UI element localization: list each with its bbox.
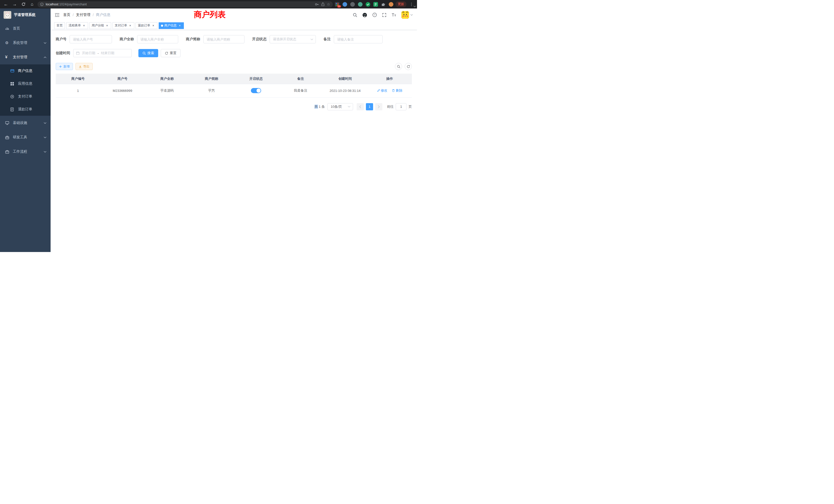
table-header-row: 商户编号 商户号 商户全称 商户简称 开启状态 备注 创建时间 操作 <box>56 74 412 84</box>
avatar-caret-icon <box>410 14 413 16</box>
password-key-icon[interactable] <box>315 2 319 6</box>
font-size-icon[interactable] <box>392 13 396 17</box>
chevron-up-icon <box>44 56 46 58</box>
sidebar-logo[interactable]: 芋道管理系统 <box>0 8 50 21</box>
site-info-icon[interactable] <box>40 3 44 6</box>
chrome-update-button[interactable]: 更新 <box>395 1 407 7</box>
add-button[interactable]: 新增 <box>56 63 73 70</box>
sidebar-item-infrastructure[interactable]: 基础设施 <box>0 116 50 130</box>
reset-button-label: 重置 <box>170 51 176 55</box>
share-icon[interactable] <box>321 2 325 6</box>
tab-close-icon[interactable] <box>105 24 109 27</box>
merchant-no-input[interactable] <box>70 35 112 43</box>
next-page-button[interactable] <box>375 103 382 110</box>
extension-blue-icon[interactable] <box>343 2 347 7</box>
profile-avatar-icon[interactable] <box>389 2 393 7</box>
filter-full-name: 商户全称 <box>120 35 178 43</box>
search-button[interactable]: 搜索 <box>138 49 158 57</box>
full-name-input[interactable] <box>137 35 178 43</box>
chrome-caret-icon[interactable] <box>413 6 416 7</box>
sidebar-item-refund-order[interactable]: 退款订单 <box>0 103 50 116</box>
bookmark-star-icon[interactable]: ☆ <box>327 2 330 7</box>
github-icon[interactable] <box>362 13 367 18</box>
hamburger-icon[interactable] <box>55 13 60 17</box>
browser-home-icon[interactable]: ⌂ <box>29 1 36 8</box>
url-text: localhost:1024/pay/merchant <box>46 3 87 6</box>
tab-merchant-info[interactable]: 商户信息 <box>159 22 184 29</box>
status-select[interactable]: 请选择开启状态 <box>270 35 316 43</box>
grid-icon <box>10 82 17 86</box>
delete-link[interactable]: 删除 <box>392 88 402 93</box>
page-1-button[interactable]: 1 <box>366 103 373 110</box>
tab-home[interactable]: 首页 <box>54 22 65 29</box>
credit-card-icon <box>10 69 17 73</box>
sidebar-item-dev-tools[interactable]: 研发工具 <box>0 130 50 144</box>
right-tools <box>395 63 412 70</box>
extension-grid-icon[interactable]: 10 <box>335 2 339 7</box>
tab-user-group[interactable]: 用户分组 <box>89 22 111 29</box>
breadcrumb-payment[interactable]: 支付管理 <box>76 13 90 17</box>
tab-close-icon[interactable] <box>82 24 86 27</box>
tab-close-icon[interactable] <box>152 24 155 27</box>
sidebar-item-label: 退款订单 <box>18 107 32 112</box>
tab-close-icon[interactable] <box>128 24 132 27</box>
prev-page-button[interactable] <box>357 103 364 110</box>
extension-green-check-icon[interactable] <box>366 2 370 7</box>
sidebar-item-home[interactable]: 首页 <box>0 21 50 36</box>
extension-puzzle-icon[interactable] <box>381 2 386 7</box>
status-toggle[interactable] <box>251 88 261 93</box>
sidebar-item-payment[interactable]: ¥ 支付管理 <box>0 50 50 64</box>
refresh-button[interactable] <box>405 63 412 70</box>
filter-short-name: 商户简称 <box>186 35 244 43</box>
extension-green-doc-icon[interactable] <box>373 2 378 7</box>
goto-label: 前往 <box>387 105 394 109</box>
tab-process-form[interactable]: 流程表单 <box>66 22 88 29</box>
breadcrumb-home[interactable]: 首页 <box>63 13 70 17</box>
help-icon[interactable]: ? <box>372 13 377 17</box>
trash-icon <box>392 89 395 92</box>
sidebar-item-label: 工作流程 <box>13 150 27 154</box>
sidebar-item-app-info[interactable]: 应用信息 <box>0 77 50 90</box>
extension-avatar-teal-icon[interactable] <box>358 2 363 7</box>
dashboard-icon <box>5 26 11 30</box>
col-merchant-id: 商户编号 <box>56 74 100 84</box>
col-remark: 备注 <box>278 74 323 84</box>
cell-short-name: 芋艿 <box>189 84 234 97</box>
merchant-no-label: 商户号 <box>56 37 66 42</box>
tab-label: 支付订单 <box>115 23 127 28</box>
sidebar-item-system[interactable]: ⚙ 系统管理 <box>0 36 50 50</box>
user-avatar[interactable] <box>401 11 413 19</box>
sidebar-item-label: 系统管理 <box>13 41 27 45</box>
pagination-total: 共 1 条 <box>314 105 325 109</box>
goto-page-input[interactable] <box>396 103 407 110</box>
hide-search-button[interactable] <box>395 63 402 70</box>
date-range-picker[interactable]: 开始日期 - 结束日期 <box>73 49 132 57</box>
sidebar-item-pay-order[interactable]: 支付订单 <box>0 90 50 103</box>
chevron-down-icon <box>44 42 46 44</box>
edit-link[interactable]: 修改 <box>377 88 388 93</box>
sidebar-item-workflow[interactable]: 工作流程 <box>0 144 50 159</box>
col-merchant-no: 商户号 <box>100 74 145 84</box>
tab-refund-order[interactable]: 退款订单 <box>136 22 157 29</box>
browser-forward-icon[interactable]: → <box>11 1 18 8</box>
browser-back-icon[interactable]: ← <box>3 1 9 8</box>
page-unit-label: 页 <box>409 105 412 109</box>
address-bar[interactable]: localhost:1024/pay/merchant ☆ <box>38 1 333 7</box>
reset-button[interactable]: 重置 <box>161 49 180 57</box>
short-name-input[interactable] <box>203 35 244 43</box>
page-size-select[interactable]: 10条/页 <box>327 103 353 110</box>
sidebar-item-label: 商户信息 <box>18 69 32 73</box>
calendar-icon <box>76 51 80 55</box>
tab-close-icon[interactable] <box>178 24 181 27</box>
tab-pay-order[interactable]: 支付订单 <box>112 22 134 29</box>
remark-input[interactable] <box>334 35 382 43</box>
col-create-time: 创建时间 <box>323 74 367 84</box>
filter-row-2: 创建时间 开始日期 - 结束日期 <box>56 49 412 57</box>
browser-reload-icon[interactable] <box>20 1 27 8</box>
extension-dark-icon[interactable] <box>350 2 355 7</box>
fullscreen-icon[interactable] <box>382 13 387 17</box>
col-short-name: 商户简称 <box>189 74 234 84</box>
sidebar-item-merchant-info[interactable]: 商户信息 <box>0 64 50 77</box>
export-button[interactable]: 导出 <box>75 63 93 70</box>
search-icon[interactable] <box>353 13 357 17</box>
